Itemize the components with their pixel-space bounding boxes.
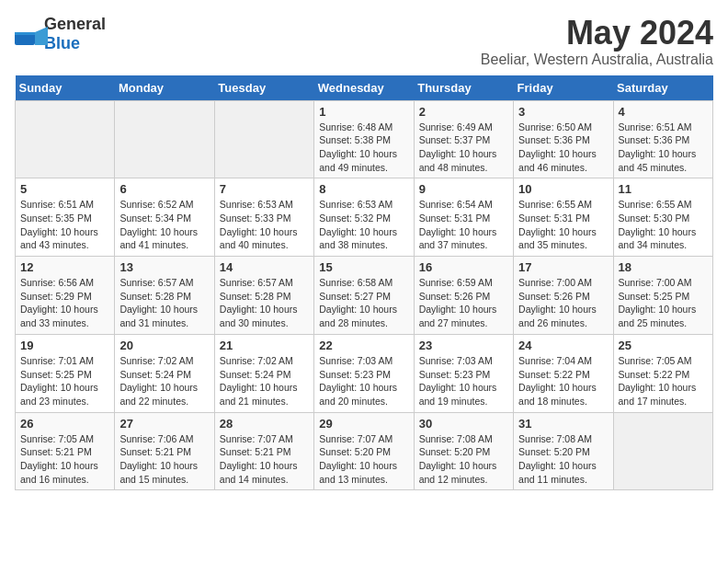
day-info: Sunrise: 6:55 AM Sunset: 5:31 PM Dayligh… bbox=[518, 198, 608, 252]
calendar-table: SundayMondayTuesdayWednesdayThursdayFrid… bbox=[15, 75, 713, 491]
day-info: Sunrise: 6:57 AM Sunset: 5:28 PM Dayligh… bbox=[220, 276, 309, 330]
day-number: 26 bbox=[20, 417, 109, 431]
header-tuesday: Tuesday bbox=[214, 75, 313, 101]
day-info: Sunrise: 6:51 AM Sunset: 5:35 PM Dayligh… bbox=[20, 198, 109, 252]
day-number: 11 bbox=[619, 182, 708, 196]
day-cell bbox=[115, 100, 214, 178]
title-section: May 2024 Beeliar, Western Australia, Aus… bbox=[481, 15, 713, 68]
day-cell: 18Sunrise: 7:00 AM Sunset: 5:25 PM Dayli… bbox=[613, 257, 712, 335]
day-number: 24 bbox=[518, 339, 608, 352]
day-cell: 30Sunrise: 7:08 AM Sunset: 5:20 PM Dayli… bbox=[414, 412, 513, 490]
day-cell: 14Sunrise: 6:57 AM Sunset: 5:28 PM Dayli… bbox=[214, 257, 313, 335]
day-cell: 24Sunrise: 7:04 AM Sunset: 5:22 PM Dayli… bbox=[514, 334, 613, 412]
day-number: 12 bbox=[20, 260, 109, 274]
day-cell: 7Sunrise: 6:53 AM Sunset: 5:33 PM Daylig… bbox=[214, 178, 313, 257]
day-info: Sunrise: 7:07 AM Sunset: 5:21 PM Dayligh… bbox=[220, 432, 309, 487]
page-header: General Blue May 2024 Beeliar, Western A… bbox=[15, 15, 713, 68]
week-row-2: 5Sunrise: 6:51 AM Sunset: 5:35 PM Daylig… bbox=[16, 178, 713, 257]
day-cell: 19Sunrise: 7:01 AM Sunset: 5:25 PM Dayli… bbox=[16, 334, 115, 412]
day-number: 22 bbox=[319, 339, 408, 352]
day-number: 31 bbox=[518, 417, 608, 431]
day-info: Sunrise: 7:03 AM Sunset: 5:23 PM Dayligh… bbox=[419, 354, 508, 408]
day-info: Sunrise: 6:48 AM Sunset: 5:38 PM Dayligh… bbox=[319, 121, 408, 175]
day-info: Sunrise: 7:00 AM Sunset: 5:25 PM Dayligh… bbox=[619, 276, 708, 330]
day-cell: 10Sunrise: 6:55 AM Sunset: 5:31 PM Dayli… bbox=[514, 178, 613, 257]
day-number: 28 bbox=[220, 417, 309, 431]
day-number: 18 bbox=[619, 260, 708, 274]
day-number: 3 bbox=[518, 105, 608, 119]
day-info: Sunrise: 7:02 AM Sunset: 5:24 PM Dayligh… bbox=[119, 354, 209, 408]
day-number: 14 bbox=[220, 260, 309, 274]
day-cell: 21Sunrise: 7:02 AM Sunset: 5:24 PM Dayli… bbox=[214, 334, 313, 412]
header-saturday: Saturday bbox=[613, 75, 712, 101]
day-cell: 15Sunrise: 6:58 AM Sunset: 5:27 PM Dayli… bbox=[314, 257, 414, 335]
day-cell: 17Sunrise: 7:00 AM Sunset: 5:26 PM Dayli… bbox=[514, 257, 613, 335]
day-info: Sunrise: 6:53 AM Sunset: 5:32 PM Dayligh… bbox=[319, 198, 408, 252]
day-cell: 23Sunrise: 7:03 AM Sunset: 5:23 PM Dayli… bbox=[414, 334, 513, 412]
day-number: 10 bbox=[518, 182, 608, 196]
day-cell: 16Sunrise: 6:59 AM Sunset: 5:26 PM Dayli… bbox=[414, 257, 513, 335]
day-cell: 3Sunrise: 6:50 AM Sunset: 5:36 PM Daylig… bbox=[514, 100, 613, 178]
day-number: 20 bbox=[119, 339, 209, 352]
day-number: 17 bbox=[518, 260, 608, 274]
day-cell: 1Sunrise: 6:48 AM Sunset: 5:38 PM Daylig… bbox=[314, 100, 414, 178]
day-cell: 26Sunrise: 7:05 AM Sunset: 5:21 PM Dayli… bbox=[16, 412, 115, 490]
day-cell: 20Sunrise: 7:02 AM Sunset: 5:24 PM Dayli… bbox=[115, 334, 214, 412]
day-cell bbox=[16, 100, 115, 178]
day-cell: 6Sunrise: 6:52 AM Sunset: 5:34 PM Daylig… bbox=[115, 178, 214, 257]
day-number: 25 bbox=[619, 339, 708, 352]
day-info: Sunrise: 6:59 AM Sunset: 5:26 PM Dayligh… bbox=[419, 276, 508, 330]
calendar-title: May 2024 bbox=[481, 15, 713, 52]
day-info: Sunrise: 6:50 AM Sunset: 5:36 PM Dayligh… bbox=[518, 121, 608, 175]
day-cell: 9Sunrise: 6:54 AM Sunset: 5:31 PM Daylig… bbox=[414, 178, 513, 257]
header-row: SundayMondayTuesdayWednesdayThursdayFrid… bbox=[16, 75, 713, 101]
calendar-subtitle: Beeliar, Western Australia, Australia bbox=[481, 52, 713, 68]
day-cell: 4Sunrise: 6:51 AM Sunset: 5:36 PM Daylig… bbox=[613, 100, 712, 178]
day-number: 21 bbox=[220, 339, 309, 352]
day-number: 1 bbox=[319, 105, 408, 119]
day-cell: 5Sunrise: 6:51 AM Sunset: 5:35 PM Daylig… bbox=[16, 178, 115, 257]
svg-rect-2 bbox=[15, 32, 35, 35]
day-number: 16 bbox=[419, 260, 508, 274]
week-row-4: 19Sunrise: 7:01 AM Sunset: 5:25 PM Dayli… bbox=[16, 334, 713, 412]
day-number: 13 bbox=[119, 260, 209, 274]
day-info: Sunrise: 7:06 AM Sunset: 5:21 PM Dayligh… bbox=[119, 432, 209, 487]
day-number: 5 bbox=[20, 182, 109, 196]
day-info: Sunrise: 6:55 AM Sunset: 5:30 PM Dayligh… bbox=[619, 198, 708, 252]
week-row-1: 1Sunrise: 6:48 AM Sunset: 5:38 PM Daylig… bbox=[16, 100, 713, 178]
day-info: Sunrise: 7:05 AM Sunset: 5:21 PM Dayligh… bbox=[20, 432, 109, 487]
day-cell: 8Sunrise: 6:53 AM Sunset: 5:32 PM Daylig… bbox=[314, 178, 414, 257]
day-number: 7 bbox=[220, 182, 309, 196]
svg-marker-1 bbox=[35, 27, 48, 45]
day-cell: 12Sunrise: 6:56 AM Sunset: 5:29 PM Dayli… bbox=[16, 257, 115, 335]
logo: General Blue bbox=[15, 15, 106, 53]
day-info: Sunrise: 7:00 AM Sunset: 5:26 PM Dayligh… bbox=[518, 276, 608, 330]
day-info: Sunrise: 7:04 AM Sunset: 5:22 PM Dayligh… bbox=[518, 354, 608, 408]
header-friday: Friday bbox=[514, 75, 613, 101]
week-row-3: 12Sunrise: 6:56 AM Sunset: 5:29 PM Dayli… bbox=[16, 257, 713, 335]
day-info: Sunrise: 6:56 AM Sunset: 5:29 PM Dayligh… bbox=[20, 276, 109, 330]
day-info: Sunrise: 6:54 AM Sunset: 5:31 PM Dayligh… bbox=[419, 198, 508, 252]
day-info: Sunrise: 7:08 AM Sunset: 5:20 PM Dayligh… bbox=[419, 432, 508, 487]
logo-blue: Blue bbox=[44, 34, 80, 52]
day-info: Sunrise: 7:02 AM Sunset: 5:24 PM Dayligh… bbox=[220, 354, 309, 408]
day-cell bbox=[214, 100, 313, 178]
day-number: 9 bbox=[419, 182, 508, 196]
day-info: Sunrise: 6:58 AM Sunset: 5:27 PM Dayligh… bbox=[319, 276, 408, 330]
day-info: Sunrise: 7:08 AM Sunset: 5:20 PM Dayligh… bbox=[518, 432, 608, 487]
logo-general: General bbox=[44, 15, 106, 33]
day-number: 4 bbox=[619, 105, 708, 119]
day-cell: 13Sunrise: 6:57 AM Sunset: 5:28 PM Dayli… bbox=[115, 257, 214, 335]
day-number: 15 bbox=[319, 260, 408, 274]
day-info: Sunrise: 6:51 AM Sunset: 5:36 PM Dayligh… bbox=[619, 121, 708, 175]
day-number: 30 bbox=[419, 417, 508, 431]
day-info: Sunrise: 6:53 AM Sunset: 5:33 PM Dayligh… bbox=[220, 198, 309, 252]
day-info: Sunrise: 7:03 AM Sunset: 5:23 PM Dayligh… bbox=[319, 354, 408, 408]
day-cell: 25Sunrise: 7:05 AM Sunset: 5:22 PM Dayli… bbox=[613, 334, 712, 412]
day-info: Sunrise: 7:07 AM Sunset: 5:20 PM Dayligh… bbox=[319, 432, 408, 487]
day-cell bbox=[613, 412, 712, 490]
day-info: Sunrise: 6:49 AM Sunset: 5:37 PM Dayligh… bbox=[419, 121, 508, 175]
day-number: 27 bbox=[119, 417, 209, 431]
day-cell: 29Sunrise: 7:07 AM Sunset: 5:20 PM Dayli… bbox=[314, 412, 414, 490]
day-number: 19 bbox=[20, 339, 109, 352]
